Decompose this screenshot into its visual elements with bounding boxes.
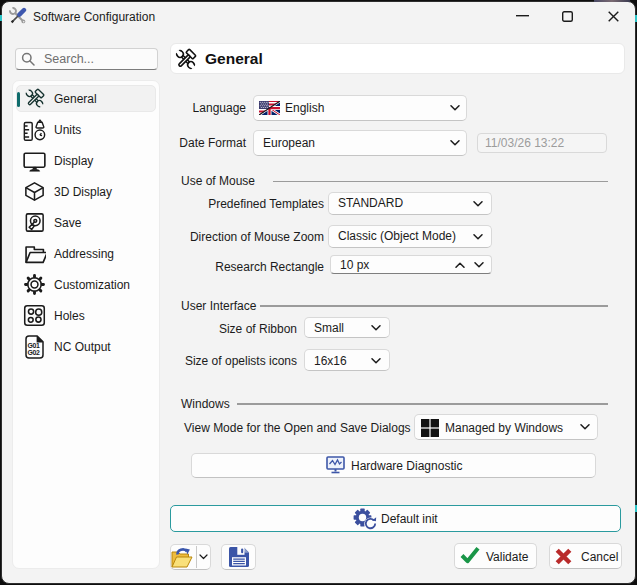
svg-text:G01: G01 xyxy=(27,342,40,349)
svg-text:G02: G02 xyxy=(27,349,40,356)
